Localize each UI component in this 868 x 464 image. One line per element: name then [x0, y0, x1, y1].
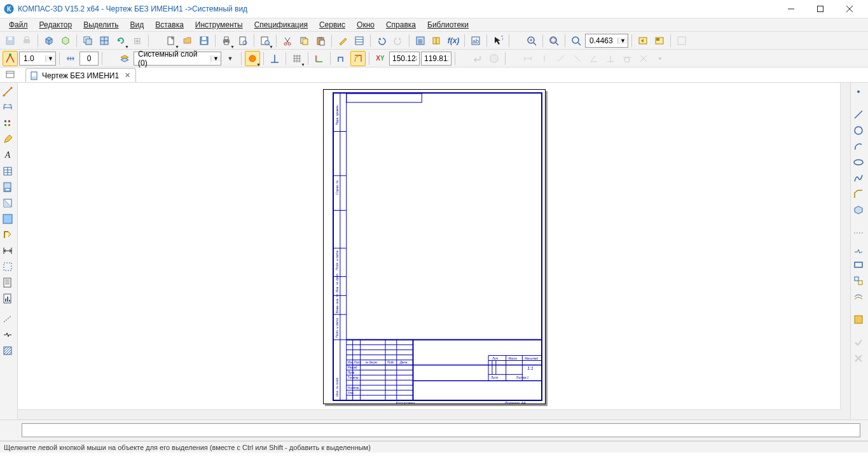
spline-icon[interactable] [851, 171, 866, 186]
save-icon-2[interactable] [196, 33, 212, 48]
menu-file[interactable]: Файл [4, 19, 33, 31]
menu-spec[interactable]: Спецификация [249, 19, 313, 31]
tab-close-icon[interactable]: ✕ [125, 71, 130, 80]
linetype-icon[interactable]: ▼ [245, 51, 260, 66]
dim-diag-icon[interactable] [553, 51, 568, 66]
properties-icon[interactable] [352, 33, 367, 48]
snap-toggle-icon[interactable] [3, 51, 18, 66]
circle-icon[interactable] [851, 123, 866, 138]
enter-icon[interactable] [470, 51, 485, 66]
print-preview-icon[interactable] [235, 33, 251, 48]
close-button[interactable] [835, 0, 864, 18]
table-icon[interactable] [0, 164, 15, 179]
save-icon[interactable] [3, 33, 18, 48]
library-icon-2[interactable] [429, 33, 444, 48]
associate-icon[interactable] [0, 211, 15, 227]
menu-view[interactable]: Вид [125, 19, 149, 31]
menu-help[interactable]: Справка [381, 19, 421, 31]
rect-icon[interactable] [851, 257, 866, 272]
print-icon-2[interactable]: ▼ [219, 33, 234, 48]
tangent-icon[interactable] [619, 51, 635, 66]
tool-icon-1[interactable]: ⊞ [130, 33, 145, 48]
ellipse-icon[interactable] [851, 155, 866, 170]
scrollbar-horizontal[interactable] [18, 409, 840, 419]
coord-x-input[interactable] [389, 52, 420, 66]
sheet-icon[interactable] [0, 179, 15, 195]
copy-icon[interactable] [296, 33, 312, 48]
refresh-icon[interactable]: ▼ [113, 33, 128, 48]
break-line-icon[interactable] [851, 241, 866, 257]
line-weight-combo[interactable]: 1.0▼ [19, 52, 56, 66]
variables-icon[interactable]: ab [468, 33, 483, 48]
text-icon[interactable]: A [0, 148, 15, 163]
scrollbar-vertical[interactable] [840, 83, 850, 409]
dim-diag2-icon[interactable] [570, 51, 585, 66]
zoom-in-icon[interactable] [524, 33, 539, 48]
angle-icon[interactable] [586, 51, 602, 66]
window-icon-2[interactable] [97, 33, 112, 48]
zoom-next-icon[interactable] [652, 33, 667, 48]
command-input[interactable] [22, 423, 860, 437]
dim-horiz-icon[interactable] [520, 51, 535, 66]
zoom-combo[interactable]: 0.4463▼ [585, 34, 628, 48]
reports-icon[interactable] [0, 291, 15, 306]
cut-view-icon[interactable] [0, 195, 15, 211]
drawing-canvas[interactable]: Перв. примен. Справ. № Подп. и дата Инв.… [18, 83, 850, 419]
library-icon-1[interactable]: ⊞ [413, 33, 428, 48]
equidist-icon[interactable] [851, 289, 866, 304]
update-view-icon[interactable] [674, 33, 689, 48]
x-cross-icon[interactable] [636, 51, 651, 66]
open-icon[interactable] [180, 33, 195, 48]
step-icon[interactable] [63, 51, 78, 66]
preview-icon[interactable]: ▼ [258, 33, 273, 48]
grid-icon[interactable]: ▼ [289, 51, 305, 66]
perp-icon[interactable] [603, 51, 618, 66]
layer-combo[interactable]: Системный слой (0)▼ [134, 52, 221, 66]
zoom-fit-icon[interactable] [568, 33, 584, 48]
tab-document-1[interactable]: Чертеж БЕЗ ИМЕНИ1 ✕ [25, 68, 136, 82]
new-doc-icon[interactable]: ▼ [163, 33, 179, 48]
break-icon[interactable] [0, 327, 15, 342]
undo-icon[interactable] [374, 33, 389, 48]
arc-icon[interactable] [851, 139, 866, 154]
zoom-window-icon[interactable] [546, 33, 561, 48]
menu-service[interactable]: Сервис [314, 19, 350, 31]
minimize-button[interactable] [776, 0, 806, 18]
tab-menu-icon[interactable] [5, 69, 15, 80]
print-icon[interactable] [19, 33, 34, 48]
window-icon-1[interactable] [80, 33, 95, 48]
ortho-draw-icon[interactable] [334, 51, 349, 66]
paste-icon[interactable] [313, 33, 328, 48]
dot-icon[interactable] [652, 51, 668, 66]
fill-icon[interactable] [851, 312, 866, 327]
brush-icon[interactable] [335, 33, 350, 48]
coord-y-input[interactable] [421, 52, 451, 66]
measure-icon[interactable] [0, 243, 15, 258]
stop-icon[interactable] [486, 51, 502, 66]
maximize-button[interactable] [806, 0, 835, 18]
cancel-icon[interactable] [851, 351, 866, 366]
menu-insert[interactable]: Вставка [150, 19, 189, 31]
layers-icon[interactable] [117, 51, 132, 66]
step-input[interactable] [79, 52, 99, 66]
spec-icon[interactable] [0, 275, 15, 290]
zoom-prev-icon[interactable] [635, 33, 651, 48]
param-icon[interactable] [0, 227, 15, 243]
aux-geom-icon[interactable] [851, 225, 866, 241]
collect-icon[interactable] [851, 273, 866, 288]
apply-icon[interactable] [851, 335, 866, 350]
menu-window[interactable]: Окно [352, 19, 380, 31]
layer-dd-icon[interactable]: ▼ [223, 51, 238, 66]
hatch-icon[interactable] [0, 343, 15, 358]
dimensions-icon[interactable]: ⇤⇥ [0, 100, 15, 115]
round-icon[interactable] [350, 51, 366, 66]
fx-icon[interactable]: f(x) [446, 33, 461, 48]
symbols-icon[interactable] [0, 116, 15, 131]
menu-libs[interactable]: Библиотеки [422, 19, 474, 31]
geometry-icon[interactable] [0, 84, 15, 99]
chamfer-icon[interactable] [851, 186, 866, 202]
aux-line-icon[interactable] [0, 311, 15, 327]
ortho-icon[interactable] [267, 51, 282, 66]
local-cs-icon[interactable] [312, 51, 327, 66]
cut-icon[interactable] [280, 33, 295, 48]
